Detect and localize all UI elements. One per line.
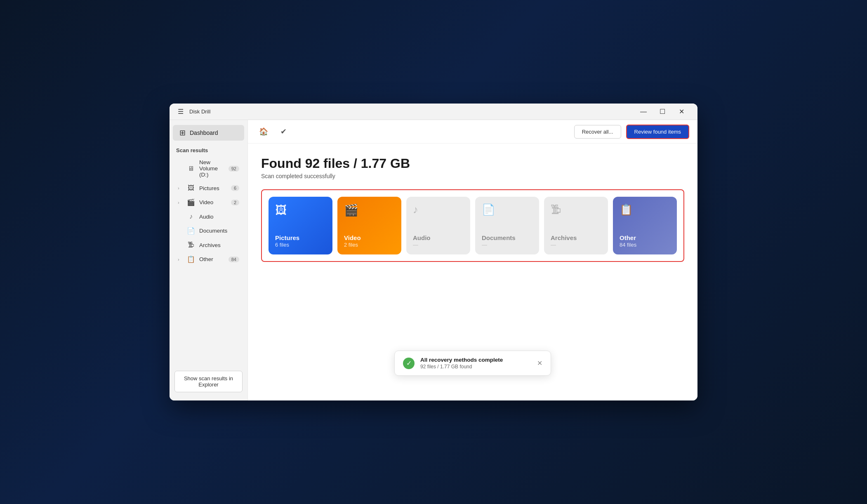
toast-main-text: All recovery methods complete	[420, 357, 503, 363]
content-body: Found 92 files / 1.77 GB Scan completed …	[248, 144, 697, 400]
recover-all-button[interactable]: Recover all...	[574, 125, 621, 139]
archives-card-count: —	[551, 242, 556, 248]
close-button[interactable]: ✕	[672, 104, 691, 120]
pictures-badge: 6	[231, 185, 239, 191]
archives-icon: 🗜	[187, 241, 195, 249]
audio-icon: ♪	[187, 213, 195, 220]
sidebar-item-other[interactable]: › 📋 Other 84	[171, 252, 246, 266]
found-subtitle: Scan completed successfully	[261, 173, 684, 179]
toast-check-icon: ✓	[403, 358, 415, 369]
other-card-name: Other	[620, 234, 636, 242]
other-card-count: 84 files	[620, 242, 636, 248]
documents-card-icon: 📄	[482, 203, 495, 216]
drive-icon: 🖥	[187, 165, 195, 172]
category-card-documents[interactable]: 📄 Documents —	[475, 197, 539, 254]
sidebar: ⊞ Dashboard Scan results 🖥 New Volume (D…	[170, 120, 248, 400]
review-found-items-button[interactable]: Review found items	[626, 125, 689, 139]
chevron-icon: ›	[178, 257, 183, 262]
video-card-count: 2 files	[344, 242, 358, 248]
audio-card-count: —	[413, 242, 418, 248]
archives-card-name: Archives	[551, 234, 577, 242]
new-volume-badge: 92	[229, 166, 239, 172]
dashboard-icon: ⊞	[179, 128, 186, 137]
toast-notification: ✓ All recovery methods complete 92 files…	[394, 351, 551, 376]
toast-text: All recovery methods complete 92 files /…	[420, 357, 503, 370]
menu-icon[interactable]: ☰	[176, 106, 185, 117]
category-card-other[interactable]: 📋 Other 84 files	[613, 197, 677, 254]
title-bar: ☰ Disk Drill — ☐ ✕	[170, 104, 697, 120]
chevron-icon: ›	[178, 200, 183, 205]
category-grid: 🖼 Pictures 6 files 🎬 Video 2 files ♪ Aud…	[261, 189, 684, 262]
category-card-audio[interactable]: ♪ Audio —	[406, 197, 470, 254]
chevron-icon: ›	[178, 186, 183, 191]
sidebar-footer: Show scan results in Explorer	[170, 366, 247, 397]
sidebar-item-audio[interactable]: ♪ Audio	[171, 210, 246, 223]
dashboard-item[interactable]: ⊞ Dashboard	[173, 125, 244, 141]
sidebar-item-new-volume[interactable]: 🖥 New Volume (D:) 92	[171, 156, 246, 181]
documents-card-count: —	[482, 242, 487, 248]
audio-card-icon: ♪	[413, 203, 418, 216]
documents-icon: 📄	[187, 227, 195, 235]
video-card-icon: 🎬	[344, 203, 358, 217]
minimize-button[interactable]: —	[634, 104, 653, 120]
archives-label: Archives	[199, 242, 239, 248]
pictures-icon: 🖼	[187, 184, 195, 192]
pictures-card-icon: 🖼	[275, 203, 287, 217]
dashboard-label: Dashboard	[190, 130, 218, 136]
documents-label: Documents	[199, 228, 239, 234]
home-button[interactable]: 🏠	[256, 124, 271, 139]
video-label: Video	[199, 199, 227, 205]
sidebar-item-documents[interactable]: 📄 Documents	[171, 224, 246, 238]
sidebar-item-pictures[interactable]: › 🖼 Pictures 6	[171, 181, 246, 195]
other-label: Other	[199, 256, 224, 262]
scan-results-section: Scan results	[170, 142, 247, 156]
other-badge: 84	[229, 257, 239, 262]
content-area: 🏠 ✔ Recover all... Review found items Fo…	[248, 120, 697, 400]
maximize-button[interactable]: ☐	[653, 104, 672, 120]
video-icon: 🎬	[187, 198, 195, 206]
category-card-video[interactable]: 🎬 Video 2 files	[337, 197, 401, 254]
category-card-pictures[interactable]: 🖼 Pictures 6 files	[269, 197, 332, 254]
pictures-card-name: Pictures	[275, 234, 299, 242]
content-toolbar: 🏠 ✔ Recover all... Review found items	[248, 120, 697, 144]
audio-card-name: Audio	[413, 234, 431, 242]
video-card-name: Video	[344, 234, 361, 242]
archives-card-icon: 🗜	[551, 203, 561, 216]
main-layout: ⊞ Dashboard Scan results 🖥 New Volume (D…	[170, 120, 697, 400]
toast-sub-text: 92 files / 1.77 GB found	[420, 364, 503, 370]
new-volume-label: New Volume (D:)	[199, 159, 224, 178]
show-scan-results-button[interactable]: Show scan results in Explorer	[174, 371, 243, 392]
documents-card-name: Documents	[482, 234, 516, 242]
found-title: Found 92 files / 1.77 GB	[261, 156, 684, 171]
toast-close-button[interactable]: ✕	[537, 359, 542, 367]
pictures-card-count: 6 files	[275, 242, 289, 248]
app-title: Disk Drill	[189, 108, 210, 115]
video-badge: 2	[231, 200, 239, 205]
app-window: ☰ Disk Drill — ☐ ✕ ⊞ Dashboard Scan resu…	[170, 104, 697, 400]
category-card-archives[interactable]: 🗜 Archives —	[544, 197, 608, 254]
pictures-label: Pictures	[199, 185, 227, 191]
audio-label: Audio	[199, 214, 239, 220]
window-controls: — ☐ ✕	[634, 104, 691, 120]
other-icon: 📋	[187, 255, 195, 263]
other-card-icon: 📋	[620, 203, 633, 216]
sidebar-item-video[interactable]: › 🎬 Video 2	[171, 195, 246, 209]
sidebar-item-archives[interactable]: 🗜 Archives	[171, 238, 246, 252]
check-button[interactable]: ✔	[276, 124, 291, 139]
